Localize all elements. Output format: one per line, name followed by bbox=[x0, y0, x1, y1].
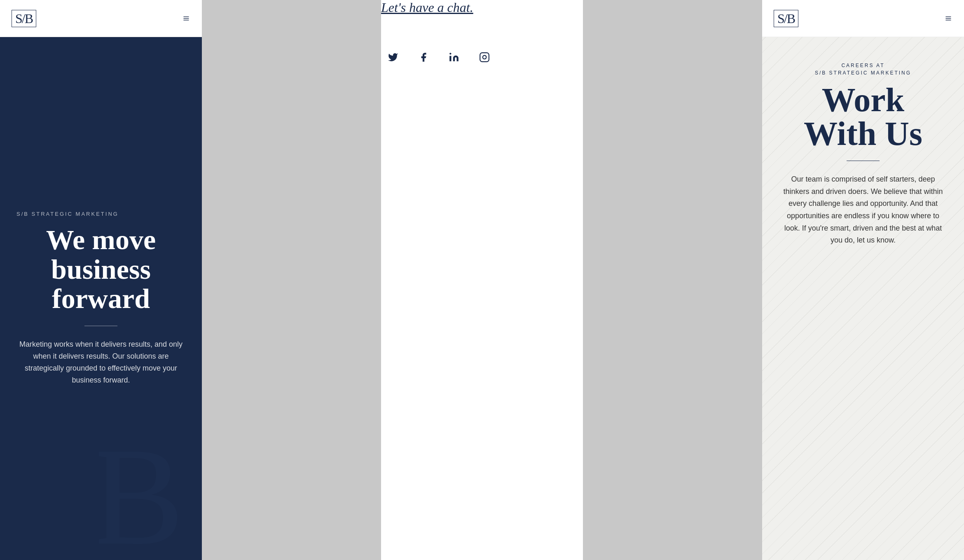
svg-point-0 bbox=[449, 53, 451, 54]
social-icons bbox=[381, 45, 583, 69]
phone-2: Let's have a chat. Blog Careers Contact … bbox=[381, 0, 583, 560]
facebook-icon[interactable] bbox=[412, 45, 435, 69]
lets-chat-heading: Let's have a chat. bbox=[381, 0, 583, 15]
phone3-hamburger[interactable]: ≡ bbox=[945, 12, 952, 25]
linkedin-icon[interactable] bbox=[442, 45, 466, 69]
nav-careers[interactable]: Careers bbox=[447, 15, 471, 23]
nav-contact[interactable]: Contact bbox=[480, 15, 504, 23]
phone-row: 608.441.4141 bbox=[443, 129, 523, 137]
copyright: © S/B Strategic Marketing 2020 bbox=[381, 168, 583, 175]
phone1-logo: S/B bbox=[12, 10, 36, 27]
privacy-link[interactable]: Privacy Policy & Cookies bbox=[439, 180, 503, 187]
email-row: Get In Touch bbox=[443, 140, 523, 149]
phone-number: 608.441.4141 bbox=[455, 129, 496, 137]
footer-nav-divider bbox=[381, 33, 583, 34]
twitter-icon[interactable] bbox=[381, 45, 405, 69]
phone2-top: Let's have a chat. bbox=[381, 0, 583, 15]
address-street: 210 South Dickinson Street bbox=[443, 105, 523, 112]
nav-blog[interactable]: Blog bbox=[424, 15, 438, 23]
footer-logo-large: S B bbox=[381, 86, 435, 139]
svg-rect-1 bbox=[480, 53, 489, 62]
phone2-footer: Blog Careers Contact Site Map bbox=[381, 15, 583, 187]
phone3-header: S/B ≡ bbox=[762, 0, 964, 37]
phone1-hamburger[interactable]: ≡ bbox=[183, 12, 190, 25]
careers-heading: Work With Us bbox=[804, 83, 922, 151]
visit-us-label: VISIT US bbox=[443, 86, 523, 92]
phone1-hero: S/B STRATEGIC MARKETING We move business… bbox=[0, 37, 202, 560]
footer-info: S B VISIT US S/B Strategic Marketing 210… bbox=[381, 86, 583, 152]
footer-address: VISIT US S/B Strategic Marketing 210 Sou… bbox=[443, 86, 523, 152]
get-in-touch-link[interactable]: Get In Touch bbox=[455, 141, 492, 148]
careers-body: Our team is comprised of self starters, … bbox=[783, 173, 943, 247]
careers-section: CAREERS AT S/B STRATEGIC MARKETING Work … bbox=[762, 37, 964, 560]
hero-body: Marketing works when it delivers results… bbox=[16, 338, 185, 386]
address-city: Madison, WI 53704 bbox=[443, 113, 523, 121]
phone1-header: S/B ≡ bbox=[0, 0, 202, 37]
company-name: S/B Strategic Marketing bbox=[443, 96, 523, 103]
svg-text:S: S bbox=[381, 94, 402, 135]
footer-nav: Blog Careers Contact Site Map bbox=[381, 15, 583, 23]
nav-sitemap[interactable]: Site Map bbox=[512, 15, 540, 23]
svg-text:B: B bbox=[404, 106, 428, 139]
phone-1: S/B ≡ S/B STRATEGIC MARKETING We move bu… bbox=[0, 0, 202, 560]
hero-divider bbox=[84, 326, 117, 326]
instagram-icon[interactable] bbox=[473, 45, 496, 69]
footer-legal: Terms & Conditions Privacy Policy & Cook… bbox=[381, 180, 583, 187]
careers-eyebrow: CAREERS AT S/B STRATEGIC MARKETING bbox=[815, 62, 911, 77]
phone3-logo: S/B bbox=[774, 10, 798, 27]
terms-link[interactable]: Terms & Conditions bbox=[381, 180, 431, 187]
hero-eyebrow: S/B STRATEGIC MARKETING bbox=[16, 211, 119, 217]
careers-divider bbox=[847, 161, 880, 161]
hero-heading: We move business forward bbox=[16, 225, 185, 313]
phone-3: S/B ≡ CAREERS AT S/B STRATEGIC MARKETING… bbox=[762, 0, 964, 560]
